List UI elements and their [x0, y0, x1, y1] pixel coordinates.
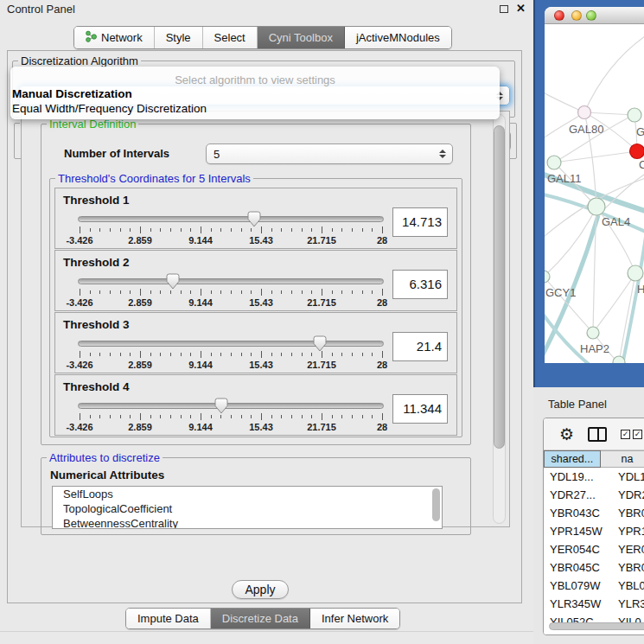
- threshold-slider[interactable]: -3.4262.8599.14415.4321.71528: [78, 211, 384, 247]
- table-row[interactable]: YDR27...YDR2: [544, 486, 644, 504]
- slider-thumb[interactable]: [214, 398, 229, 415]
- tab-label: Style: [166, 31, 191, 44]
- tab-cyni-toolbox[interactable]: Cyni Toolbox: [258, 27, 345, 48]
- node-gal80[interactable]: [578, 106, 591, 119]
- slider-tick-labels: -3.4262.8599.14415.4321.71528: [80, 235, 382, 245]
- combo-value: 5: [214, 148, 220, 161]
- popup-item-equal-width[interactable]: Equal Width/Frequency Discretization: [10, 101, 500, 116]
- slider-thumb[interactable]: [247, 211, 262, 228]
- cell: YBL0: [608, 577, 644, 595]
- table-row[interactable]: YPR145WYPR1: [544, 522, 644, 540]
- slider-ticks: [80, 413, 382, 421]
- threshold-value-field[interactable]: 11.344: [392, 394, 448, 424]
- cell: YBR0: [608, 504, 644, 522]
- threshold-4-panel: Threshold 4 -3.4262.8599.14415.4321.7152…: [54, 374, 457, 436]
- cell: YBR043C: [544, 504, 608, 522]
- number-of-intervals-combobox[interactable]: 5: [206, 143, 453, 164]
- threshold-value-field[interactable]: 6.316: [392, 270, 448, 299]
- slider-track[interactable]: [78, 403, 384, 409]
- close-traffic-light-icon[interactable]: [554, 10, 564, 21]
- tab-label: Cyni Toolbox: [269, 31, 333, 44]
- apply-button[interactable]: Apply: [232, 580, 289, 599]
- tab-select[interactable]: Select: [203, 27, 258, 48]
- tab-infer-network[interactable]: Infer Network: [310, 609, 399, 628]
- tab-network[interactable]: Network: [74, 27, 155, 48]
- node-red-selected[interactable]: [630, 144, 644, 159]
- slider-track[interactable]: [78, 278, 384, 284]
- threshold-slider[interactable]: -3.4262.8599.14415.4321.71528: [78, 273, 384, 309]
- node-gal11[interactable]: [547, 156, 561, 169]
- threshold-slider[interactable]: -3.4262.8599.14415.4321.71528: [78, 398, 384, 434]
- tab-discretize-data[interactable]: Discretize Data: [211, 609, 310, 628]
- group-title: Interval Definition: [47, 118, 138, 131]
- list-item[interactable]: SelfLoops: [53, 487, 442, 501]
- group-title: Discretization Algorithm: [18, 54, 141, 67]
- stepper-arrows-icon: [439, 150, 446, 158]
- cell: YDR2: [608, 486, 644, 504]
- threshold-label: Threshold 3: [63, 318, 130, 331]
- node-partial[interactable]: [613, 356, 625, 363]
- horizontal-scrollbar[interactable]: [549, 622, 644, 630]
- threshold-slider[interactable]: -3.4262.8599.14415.4321.71528: [78, 335, 384, 372]
- node-h[interactable]: [628, 265, 643, 281]
- tab-jactivemnodules[interactable]: jActiveMNodules: [345, 27, 451, 48]
- slider-ticks: [80, 351, 382, 359]
- list-item[interactable]: TopologicalCoefficient: [53, 501, 442, 516]
- threshold-list: Threshold 1 -3.4262.8599.14415.4321.7152…: [54, 188, 457, 437]
- zoom-traffic-light-icon[interactable]: [586, 10, 596, 21]
- tab-impute-data[interactable]: Impute Data: [126, 609, 211, 628]
- slider-tick-labels: -3.4262.8599.14415.4321.71528: [80, 360, 382, 370]
- table-row[interactable]: YDL19...YDL1: [544, 468, 644, 486]
- table-row[interactable]: YLR345WYLR3: [544, 595, 644, 613]
- table-row[interactable]: YBR045CYBR0: [544, 558, 644, 577]
- slider-track[interactable]: [78, 216, 384, 222]
- slider-ticks: [80, 289, 382, 296]
- slider-thumb[interactable]: [165, 273, 180, 290]
- list-item[interactable]: BetweennessCentrality: [53, 516, 442, 529]
- close-icon[interactable]: ✕: [516, 2, 526, 15]
- node-label: GA: [636, 125, 644, 138]
- slider-track[interactable]: [78, 341, 384, 347]
- node-hap2[interactable]: [587, 327, 599, 339]
- list-scrollbar[interactable]: [432, 488, 440, 521]
- checkbox-icon[interactable]: ✓: [633, 430, 642, 439]
- table-row[interactable]: YER054CYER0: [544, 540, 644, 558]
- float-window-icon[interactable]: [500, 5, 508, 13]
- minimize-traffic-light-icon[interactable]: [571, 10, 582, 21]
- numerical-attributes-list[interactable]: SelfLoops TopologicalCoefficient Between…: [52, 486, 443, 529]
- checkbox-icon[interactable]: ✓: [621, 430, 630, 439]
- node-ga[interactable]: [628, 108, 641, 122]
- table-row[interactable]: YBR043CYBR0: [544, 504, 644, 522]
- columns-icon[interactable]: [588, 427, 607, 442]
- number-of-intervals-row: Number of Intervals 5: [57, 143, 463, 164]
- slider-thumb[interactable]: [312, 335, 327, 353]
- threshold-value-field[interactable]: 21.4: [392, 332, 448, 361]
- tab-label: Infer Network: [322, 612, 388, 625]
- node-gal4[interactable]: [588, 198, 605, 215]
- popup-item-manual-discretization[interactable]: Manual Discretization: [10, 86, 500, 101]
- threshold-label: Threshold 4: [63, 380, 130, 393]
- popup-placeholder: Select algorithm to view settings: [10, 67, 500, 86]
- threshold-label: Threshold 1: [63, 194, 130, 207]
- panel-title: Control Panel: [7, 3, 75, 16]
- control-panel-tabs: Network Style Select Cyni Toolbox jActiv…: [73, 26, 452, 49]
- settings-scrollpane: Interval Definition Number of Intervals …: [21, 111, 510, 527]
- column-header-name[interactable]: na: [601, 450, 644, 468]
- cell: YER0: [608, 540, 644, 558]
- tab-label: Discretize Data: [222, 612, 298, 625]
- threshold-value-field[interactable]: 14.713: [392, 207, 448, 237]
- node-label: HAP2: [580, 342, 609, 355]
- table-panel-title: Table Panel: [548, 398, 607, 411]
- number-of-intervals-label: Number of Intervals: [64, 147, 169, 160]
- threshold-3-panel: Threshold 3 -3.4262.8599.14415.4321.7152…: [54, 312, 457, 373]
- gear-icon[interactable]: ⚙: [559, 426, 574, 443]
- attributes-group: Attributes to discretize Numerical Attri…: [41, 457, 471, 535]
- cell: YDL19...: [544, 468, 608, 486]
- column-header-shared-name[interactable]: shared...: [544, 450, 601, 468]
- network-canvas[interactable]: GAL80 GA C GAL11 GAL4 GCY1 H HAP2: [545, 24, 644, 363]
- scrollbar-thumb[interactable]: [494, 125, 505, 449]
- table-row[interactable]: YBL079WYBL0: [544, 577, 644, 595]
- node-gcy1[interactable]: [545, 271, 550, 283]
- tab-label: Select: [214, 31, 245, 44]
- tab-style[interactable]: Style: [155, 27, 203, 48]
